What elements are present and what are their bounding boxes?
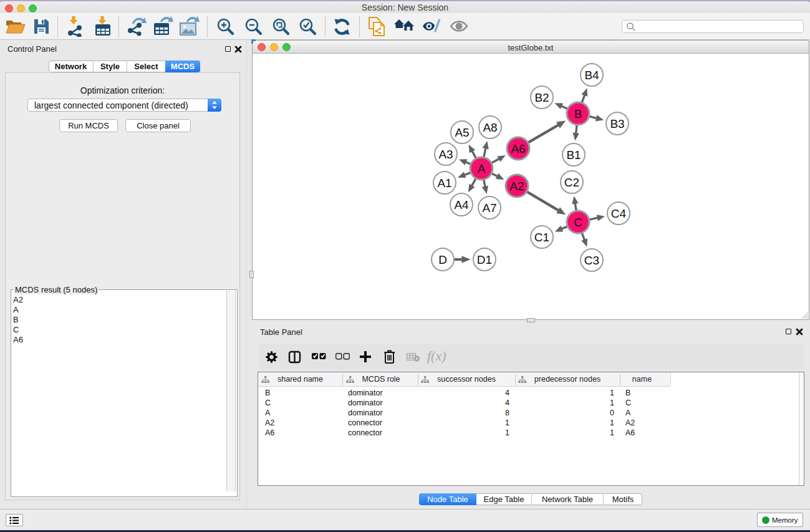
svg-text:C3: C3: [584, 254, 599, 267]
svg-text:A3: A3: [438, 148, 453, 161]
svg-text:C2: C2: [564, 176, 579, 189]
svg-text:C: C: [574, 216, 582, 229]
svg-text:D1: D1: [477, 253, 492, 266]
svg-text:A8: A8: [483, 121, 497, 134]
svg-text:A2: A2: [509, 180, 524, 193]
svg-text:A4: A4: [454, 198, 469, 211]
svg-text:D: D: [438, 253, 447, 266]
svg-text:C1: C1: [534, 231, 549, 244]
svg-text:A5: A5: [455, 126, 469, 139]
svg-text:C4: C4: [611, 207, 627, 220]
svg-text:B2: B2: [534, 91, 549, 104]
svg-text:A6: A6: [511, 142, 525, 155]
svg-text:B1: B1: [566, 148, 581, 162]
svg-text:A: A: [478, 162, 486, 175]
svg-text:B3: B3: [610, 117, 624, 130]
svg-text:A1: A1: [437, 177, 451, 190]
svg-text:B4: B4: [584, 69, 599, 82]
svg-text:A7: A7: [482, 201, 496, 215]
svg-text:B: B: [574, 107, 582, 120]
